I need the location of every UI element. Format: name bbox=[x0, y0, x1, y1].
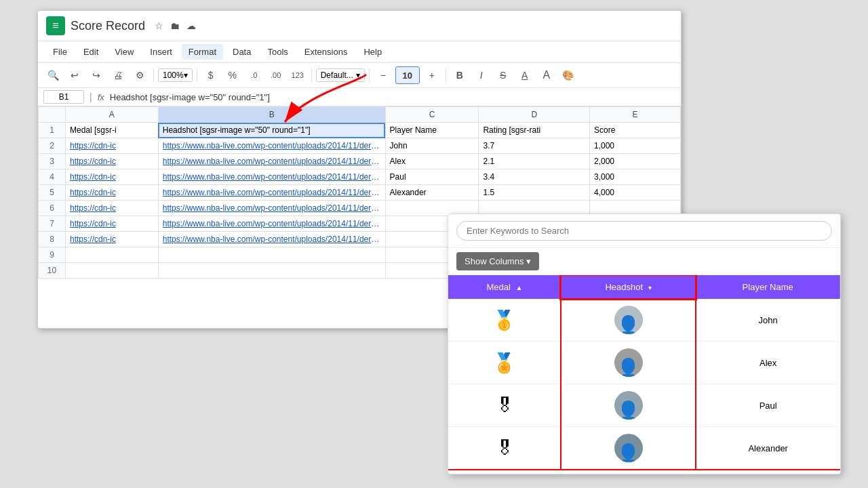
cell-c2[interactable]: John bbox=[385, 138, 479, 154]
cell-d5[interactable]: 1.5 bbox=[479, 185, 590, 201]
menu-format[interactable]: Format bbox=[182, 44, 223, 60]
logo-icon: ≡ bbox=[52, 20, 58, 32]
cell-a1[interactable]: Medal [sgsr-i bbox=[66, 123, 159, 138]
cell-reference-input[interactable] bbox=[43, 90, 84, 104]
col-header-player-name[interactable]: Player Name bbox=[696, 275, 840, 299]
redo-button[interactable]: ↪ bbox=[87, 66, 106, 85]
menu-file[interactable]: File bbox=[46, 44, 74, 60]
menu-data[interactable]: Data bbox=[226, 44, 258, 60]
menu-insert[interactable]: Insert bbox=[143, 44, 179, 60]
zoom-control[interactable]: 100% ▾ bbox=[158, 68, 193, 82]
row-header-10[interactable]: 10 bbox=[39, 263, 66, 279]
cell-b3[interactable]: https://www.nba-live.com/wp-content/uplo… bbox=[158, 154, 385, 169]
star-icon[interactable]: ☆ bbox=[155, 20, 163, 31]
cell-a7[interactable]: https://cdn-ic bbox=[66, 216, 159, 232]
text-color-button[interactable]: A bbox=[537, 66, 556, 85]
undo-button[interactable]: ↩ bbox=[65, 66, 84, 85]
cell-b10[interactable] bbox=[158, 263, 385, 279]
cell-e4[interactable]: 3,000 bbox=[590, 169, 681, 185]
menu-help[interactable]: Help bbox=[357, 44, 389, 60]
search-input[interactable] bbox=[456, 221, 832, 241]
table-header-row: Medal ▲ Headshot ▾ Player Name bbox=[448, 275, 840, 299]
cell-e1[interactable]: Score bbox=[590, 123, 681, 138]
cell-a5[interactable]: https://cdn-ic bbox=[66, 185, 159, 201]
strikethrough-button[interactable]: S bbox=[494, 66, 513, 85]
row-header-3[interactable]: 3 bbox=[39, 154, 66, 169]
decimal-decrease-button[interactable]: .0 bbox=[245, 66, 264, 85]
decimal-increase-button[interactable]: .00 bbox=[267, 66, 285, 85]
row-header-2[interactable]: 2 bbox=[39, 138, 66, 154]
underline-button[interactable]: A bbox=[515, 66, 534, 85]
font-size-box[interactable]: 10 bbox=[395, 66, 420, 84]
menu-extensions[interactable]: Extensions bbox=[298, 44, 355, 60]
cell-c4[interactable]: Paul bbox=[385, 169, 479, 185]
row-header-4[interactable]: 4 bbox=[39, 169, 66, 185]
cell-b2[interactable]: https://www.nba-live.com/wp-content/uplo… bbox=[158, 138, 385, 154]
cell-e3[interactable]: 2,000 bbox=[590, 154, 681, 169]
cell-b8[interactable]: https://www.nba-live.com/wp-content/uplo… bbox=[158, 232, 385, 247]
cell-b7[interactable]: https://www.nba-live.com/wp-content/uplo… bbox=[158, 216, 385, 232]
row-header-1[interactable]: 1 bbox=[39, 123, 66, 138]
bold-button[interactable]: B bbox=[450, 66, 469, 85]
medal-col-label: Medal bbox=[486, 282, 510, 292]
col-header-e[interactable]: E bbox=[590, 107, 681, 123]
col-header-headshot[interactable]: Headshot ▾ bbox=[561, 275, 696, 299]
cell-a6[interactable]: https://cdn-ic bbox=[66, 201, 159, 216]
percent-button[interactable]: % bbox=[223, 66, 242, 85]
col-header-c[interactable]: C bbox=[385, 107, 479, 123]
font-size-value: 10 bbox=[403, 70, 412, 81]
cell-e5[interactable]: 4,000 bbox=[590, 185, 681, 201]
italic-button[interactable]: I bbox=[472, 66, 491, 85]
cloud-icon[interactable]: ☁ bbox=[186, 20, 196, 31]
cell-a4[interactable]: https://cdn-ic bbox=[66, 169, 159, 185]
row-header-6[interactable]: 6 bbox=[39, 201, 66, 216]
cell-a8[interactable]: https://cdn-ic bbox=[66, 232, 159, 247]
menu-tools[interactable]: Tools bbox=[260, 44, 294, 60]
row-header-9[interactable]: 9 bbox=[39, 247, 66, 263]
cell-b5[interactable]: https://www.nba-live.com/wp-content/uplo… bbox=[158, 185, 385, 201]
paint-format-button[interactable]: ⚙ bbox=[130, 66, 149, 85]
cell-e2[interactable]: 1,000 bbox=[590, 138, 681, 154]
show-columns-button[interactable]: Show Columns ▾ bbox=[456, 252, 539, 270]
cell-d3[interactable]: 2.1 bbox=[479, 154, 590, 169]
col-header-medal[interactable]: Medal ▲ bbox=[448, 275, 561, 299]
cell-b9[interactable] bbox=[158, 247, 385, 263]
separator-4 bbox=[369, 68, 370, 82]
col-header-a[interactable]: A bbox=[66, 107, 159, 123]
col-header-b[interactable]: B bbox=[158, 107, 385, 123]
row-header-8[interactable]: 8 bbox=[39, 232, 66, 247]
cell-a2[interactable]: https://cdn-ic bbox=[66, 138, 159, 154]
print-button[interactable]: 🖨 bbox=[108, 66, 127, 85]
cell-c3[interactable]: Alex bbox=[385, 154, 479, 169]
fill-color-button[interactable]: 🎨 bbox=[559, 66, 578, 85]
cell-a9[interactable] bbox=[66, 247, 159, 263]
search-button[interactable]: 🔍 bbox=[43, 66, 62, 85]
player-name-cell-0: John bbox=[696, 299, 840, 342]
menu-view[interactable]: View bbox=[108, 44, 140, 60]
format-123-button[interactable]: 123 bbox=[288, 66, 307, 85]
font-size-decrease-button[interactable]: − bbox=[374, 66, 393, 85]
cell-d2[interactable]: 3.7 bbox=[479, 138, 590, 154]
row-header-7[interactable]: 7 bbox=[39, 216, 66, 232]
currency-button[interactable]: $ bbox=[201, 66, 220, 85]
cell-c5[interactable]: Alexander bbox=[385, 185, 479, 201]
formula-bar: | fx Headshot [sgsr-image w="50" round="… bbox=[38, 88, 681, 106]
cell-c1[interactable]: Player Name bbox=[385, 123, 479, 138]
preview-row: 🥇 👤 John bbox=[448, 299, 840, 342]
medal-cell-3: 🎖 bbox=[448, 427, 561, 470]
formula-content[interactable]: Headshot [sgsr-image w="50" round="1"] bbox=[110, 92, 675, 102]
cell-a3[interactable]: https://cdn-ic bbox=[66, 154, 159, 169]
col-header-d[interactable]: D bbox=[479, 107, 590, 123]
row-header-5[interactable]: 5 bbox=[39, 185, 66, 201]
folder-icon[interactable]: 🖿 bbox=[170, 20, 180, 31]
player-name-col-label: Player Name bbox=[743, 282, 793, 292]
cell-d4[interactable]: 3.4 bbox=[479, 169, 590, 185]
cell-a10[interactable] bbox=[66, 263, 159, 279]
cell-b1[interactable]: Headshot [sgsr-image w="50" round="1"] bbox=[158, 123, 385, 138]
cell-b6[interactable]: https://www.nba-live.com/wp-content/uplo… bbox=[158, 201, 385, 216]
font-family-dropdown[interactable]: Default... ▾ bbox=[316, 68, 365, 82]
font-size-increase-button[interactable]: + bbox=[422, 66, 441, 85]
cell-d1[interactable]: Rating [sgsr-rati bbox=[479, 123, 590, 138]
cell-b4[interactable]: https://www.nba-live.com/wp-content/uplo… bbox=[158, 169, 385, 185]
menu-edit[interactable]: Edit bbox=[77, 44, 105, 60]
